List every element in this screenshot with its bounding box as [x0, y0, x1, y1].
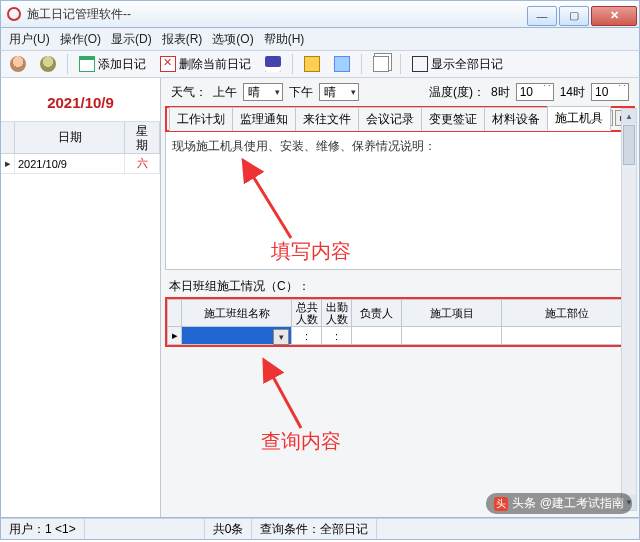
- tab-supervise[interactable]: 监理通知: [232, 107, 296, 131]
- print-button[interactable]: [299, 53, 325, 75]
- scroll-thumb[interactable]: [623, 125, 635, 165]
- t14-label: 14时: [560, 84, 585, 101]
- tab-meeting[interactable]: 会议记录: [358, 107, 422, 131]
- print2-button[interactable]: [329, 53, 355, 75]
- save-button[interactable]: [260, 53, 286, 75]
- annotation-query-arrow: [261, 368, 321, 441]
- weather-bar: 天气： 上午 晴 下午 晴 温度(度)： 8时 10 14时 10: [165, 82, 635, 106]
- tab-documents[interactable]: 来往文件: [295, 107, 359, 131]
- menu-report[interactable]: 报表(R): [162, 31, 203, 48]
- cell-attend[interactable]: :: [322, 327, 352, 345]
- t8-spinner[interactable]: 10: [516, 83, 554, 101]
- pm-label: 下午: [289, 84, 313, 101]
- content-panel[interactable]: 现场施工机具使用、安装、维修、保养情况说明：: [165, 132, 635, 270]
- col-week: 星期: [125, 122, 160, 153]
- window-title: 施工日记管理软件--: [27, 6, 527, 23]
- delete-diary-button[interactable]: 删除当前日记: [155, 53, 256, 75]
- th-attend: 出勤人数: [322, 300, 352, 327]
- cell-location[interactable]: [502, 327, 633, 345]
- t14-spinner[interactable]: 10: [591, 83, 629, 101]
- calendar-del-icon: [160, 56, 176, 72]
- nav-first-button[interactable]: [5, 53, 31, 75]
- cell-total[interactable]: :: [292, 327, 322, 345]
- menu-operate[interactable]: 操作(O): [60, 31, 101, 48]
- title-bar: 施工日记管理软件-- ― ▢ ✕: [0, 0, 640, 28]
- crew-table: 施工班组名称 总共人数 出勤人数 负责人 施工项目 施工部位 ▸ : :: [167, 299, 633, 345]
- current-date: 2021/10/9: [1, 78, 160, 122]
- print-icon: [304, 56, 320, 72]
- tab-change[interactable]: 变更签证: [421, 107, 485, 131]
- cell-leader[interactable]: [352, 327, 402, 345]
- date-row[interactable]: ▸ 2021/10/9 六: [1, 154, 160, 174]
- col-date: 日期: [15, 122, 125, 153]
- date-grid: 日期 星期 ▸ 2021/10/9 六: [1, 122, 160, 517]
- temp-label: 温度(度)：: [429, 84, 485, 101]
- maximize-button[interactable]: ▢: [559, 6, 589, 26]
- tab-strip: 工作计划 监理通知 来往文件 会议记录 变更签证 材料设备 施工机具 ◄ ►: [165, 106, 635, 132]
- toolbar: 添加日记 删除当前日记 显示全部日记: [0, 50, 640, 78]
- team-name-combo[interactable]: [182, 327, 292, 345]
- t8-label: 8时: [491, 84, 510, 101]
- weather-label: 天气：: [171, 84, 207, 101]
- subtable-title: 本日班组施工情况（C）：: [165, 270, 635, 297]
- am-label: 上午: [213, 84, 237, 101]
- menu-options[interactable]: 选项(O): [212, 31, 253, 48]
- watermark-icon: 头: [494, 497, 508, 511]
- th-total: 总共人数: [292, 300, 322, 327]
- tab-plan[interactable]: 工作计划: [169, 107, 233, 131]
- scroll-up-icon[interactable]: ▲: [622, 109, 636, 124]
- th-project: 施工项目: [402, 300, 502, 327]
- save-icon: [265, 56, 281, 72]
- row-indicator-icon: ▸: [168, 327, 182, 345]
- app-icon: [7, 7, 21, 21]
- watermark: 头 头条 @建工考试指南: [486, 493, 632, 514]
- table-row[interactable]: ▸ : :: [168, 327, 633, 345]
- cell-project[interactable]: [402, 327, 502, 345]
- svg-line-1: [271, 373, 301, 428]
- close-button[interactable]: ✕: [591, 6, 637, 26]
- pm-weather-select[interactable]: 晴: [319, 83, 359, 101]
- menu-display[interactable]: 显示(D): [111, 31, 152, 48]
- annotation-query: 查询内容: [261, 428, 341, 455]
- row-indicator-icon: ▸: [1, 154, 15, 173]
- menu-user[interactable]: 用户(U): [9, 31, 50, 48]
- status-count: 共0条: [205, 519, 253, 539]
- copy-button[interactable]: [368, 53, 394, 75]
- calendar-add-icon: [79, 56, 95, 72]
- vertical-scrollbar[interactable]: ▲ ▼: [621, 108, 637, 511]
- tab-material[interactable]: 材料设备: [484, 107, 548, 131]
- th-leader: 负责人: [352, 300, 402, 327]
- status-condition: 查询条件：全部日记: [252, 519, 377, 539]
- left-pane: 2021/10/9 日期 星期 ▸ 2021/10/9 六: [1, 78, 161, 517]
- am-weather-select[interactable]: 晴: [243, 83, 283, 101]
- tab-machinery[interactable]: 施工机具: [547, 106, 611, 131]
- th-team: 施工班组名称: [182, 300, 292, 327]
- status-bar: 用户：1 <1> 共0条 查询条件：全部日记: [0, 518, 640, 540]
- menu-help[interactable]: 帮助(H): [264, 31, 305, 48]
- right-pane: 天气： 上午 晴 下午 晴 温度(度)： 8时 10 14时 10 工作计划 监…: [161, 78, 639, 517]
- nav-last-button[interactable]: [35, 53, 61, 75]
- menu-bar: 用户(U) 操作(O) 显示(D) 报表(R) 选项(O) 帮助(H): [0, 28, 640, 50]
- minimize-button[interactable]: ―: [527, 6, 557, 26]
- status-user: 用户：1 <1>: [1, 519, 85, 539]
- print-icon: [334, 56, 350, 72]
- add-diary-button[interactable]: 添加日记: [74, 53, 151, 75]
- crew-table-wrap: 施工班组名称 总共人数 出勤人数 负责人 施工项目 施工部位 ▸ : :: [165, 297, 635, 347]
- checkbox-icon: [412, 56, 428, 72]
- show-all-toggle[interactable]: 显示全部日记: [407, 53, 508, 75]
- th-location: 施工部位: [502, 300, 633, 327]
- pages-icon: [373, 56, 389, 72]
- panel-heading: 现场施工机具使用、安装、维修、保养情况说明：: [172, 139, 436, 153]
